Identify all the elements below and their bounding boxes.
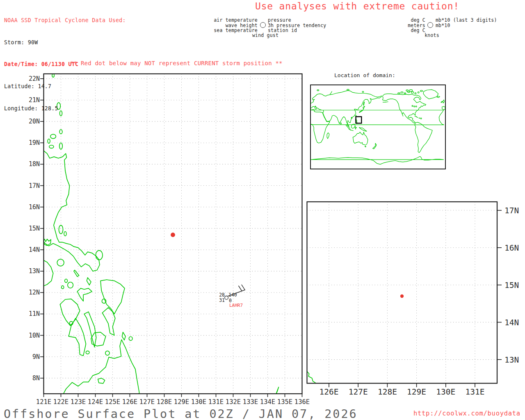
domain-map-title: Location of domain: <box>334 72 395 78</box>
domain-map <box>310 85 445 169</box>
zoom-map-x-tick-label: 131E <box>462 387 488 397</box>
main-map-y-tick-label: 18N <box>21 160 40 168</box>
unit-pressure-tendency: mb*10 <box>436 23 450 28</box>
main-map-y-tick-label: 8N <box>21 374 40 382</box>
zoom-map-x-tick-label: 129E <box>404 387 430 397</box>
storm-position-dot <box>171 233 175 237</box>
zoom-map <box>307 202 502 387</box>
main-map-y-tick-label: 9N <box>21 353 40 361</box>
zoom-map-x-tick-label: 128E <box>374 387 400 397</box>
main-map-y-tick-label: 13N <box>21 267 40 275</box>
main-map-y-tick-label: 16N <box>21 203 40 211</box>
main-map-x-tick-label: 125E <box>103 398 123 406</box>
main-map-y-tick-label: 10N <box>21 332 40 339</box>
storm-info-title: NOAA SSD Tropical Cyclone Data Used: <box>4 17 126 24</box>
main-map-y-tick-label: 20N <box>21 118 40 125</box>
main-map-x-tick-label: 128E <box>155 398 174 406</box>
station-circle-icon <box>225 296 228 300</box>
source-url: http://coolwx.com/buoydata <box>413 410 520 417</box>
station-id-label: LAHR7 <box>229 303 243 308</box>
main-map-x-tick-label: 122E <box>51 398 71 406</box>
main-map-y-tick-label: 12N <box>21 289 40 296</box>
main-map-x-tick-label: 129E <box>172 398 192 406</box>
main-map-y-tick-label: 15N <box>21 225 40 232</box>
world-coastlines <box>310 89 445 164</box>
main-map-x-tick-label: 131E <box>206 398 226 406</box>
main-map-x-tick-label: 133E <box>241 398 260 406</box>
storm-position-warning: ** Red dot below may NOT represent CURRE… <box>70 60 283 66</box>
main-map-x-tick-label: 132E <box>224 398 243 406</box>
storm-latitude-line: Latitude: 14.7 <box>4 83 126 90</box>
zoom-map-y-tick-label: 14N <box>504 318 525 327</box>
offshore-surface-plot-page: NOAA SSD Tropical Cyclone Data Used: Sto… <box>0 0 525 420</box>
main-map-x-tick-label: 124E <box>86 398 105 406</box>
main-map-y-tick-label: 17N <box>21 182 40 189</box>
main-map-x-tick-label: 126E <box>120 398 140 406</box>
storm-id-line: Storm: 90W <box>4 39 126 46</box>
zoom-map-y-tick-label: 15N <box>504 281 525 290</box>
legend-wind-gust: wind gust <box>245 32 286 38</box>
main-map-x-tick-label: 135E <box>275 398 295 406</box>
main-map-x-tick-label: 121E <box>34 398 54 406</box>
main-map-x-tick-label: 127E <box>137 398 157 406</box>
zoom-map-y-tick-label: 13N <box>504 355 525 365</box>
caution-headline: Use analyses with extreme caution! <box>255 1 459 11</box>
station-model-circle-icon <box>260 22 266 28</box>
main-map-x-tick-label: 123E <box>68 398 88 406</box>
zoom-map-x-tick-label: 130E <box>433 387 459 397</box>
storm-longitude-line: Longitude: 128.5 <box>4 105 126 112</box>
main-map-y-tick-label: 19N <box>21 139 40 146</box>
zoom-map-y-tick-label: 16N <box>504 243 525 253</box>
zoom-map-x-tick-label: 127E <box>345 387 371 397</box>
units-circle-icon <box>427 22 433 28</box>
main-map-x-tick-label: 130E <box>189 398 209 406</box>
main-map-x-tick-label: 136E <box>292 398 312 406</box>
plot-main-title: Offshore Surface Plot at 02Z / JAN 07, 2… <box>4 407 358 420</box>
main-map-y-tick-label: 21N <box>21 96 40 104</box>
zoom-map-x-tick-label: 126E <box>316 387 342 397</box>
main-map-x-tick-label: 134E <box>258 398 278 406</box>
station-sea-temperature: 31 <box>210 297 225 303</box>
unit-wind-gust: knots <box>411 32 452 38</box>
main-map-y-tick-label: 11N <box>21 310 40 317</box>
main-map-y-tick-label: 14N <box>21 246 40 253</box>
main-map-y-tick-label: 22N <box>21 75 40 82</box>
storm-position-dot-zoom <box>400 294 404 298</box>
zoom-map-y-tick-label: 17N <box>504 206 525 215</box>
station-pressure: 140 <box>228 292 237 298</box>
